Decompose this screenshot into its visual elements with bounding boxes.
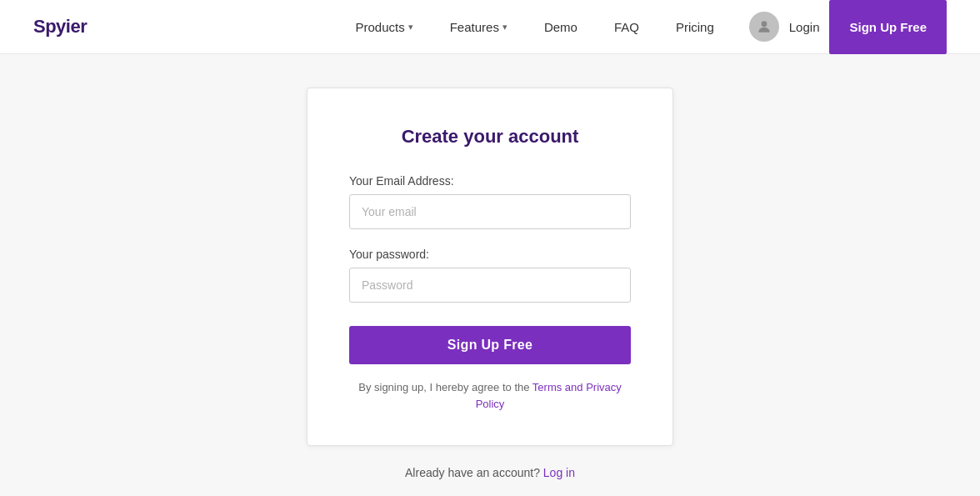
password-form-group: Your password:: [349, 248, 631, 303]
login-link-bottom[interactable]: Log in: [543, 466, 575, 479]
signup-button-main[interactable]: Sign Up Free: [349, 326, 631, 364]
already-account-text: Already have an account? Log in: [405, 466, 575, 479]
nav-item-demo[interactable]: Demo: [526, 13, 596, 41]
login-area: Login Sign Up Free: [749, 0, 947, 54]
main-nav: Products ▾ Features ▾ Demo FAQ Pricing: [337, 13, 732, 41]
password-label: Your password:: [349, 248, 631, 261]
main-content: Create your account Your Email Address: …: [0, 54, 980, 496]
header: Spyier Products ▾ Features ▾ Demo FAQ Pr…: [0, 0, 980, 54]
terms-text: By signing up, I hereby agree to the Ter…: [349, 379, 631, 412]
card-title: Create your account: [349, 126, 631, 148]
signup-button-header[interactable]: Sign Up Free: [829, 0, 947, 54]
email-label: Your Email Address:: [349, 174, 631, 188]
svg-point-0: [761, 21, 767, 27]
user-icon[interactable]: [749, 12, 779, 42]
password-input[interactable]: [349, 268, 631, 303]
signup-card: Create your account Your Email Address: …: [307, 88, 673, 446]
chevron-down-icon: ▾: [502, 22, 508, 33]
email-form-group: Your Email Address:: [349, 174, 631, 229]
logo[interactable]: Spyier: [33, 16, 87, 38]
chevron-down-icon: ▾: [408, 22, 413, 33]
nav-item-faq[interactable]: FAQ: [596, 13, 658, 41]
nav-item-features[interactable]: Features ▾: [432, 13, 526, 41]
email-input[interactable]: [349, 194, 631, 229]
nav-item-products[interactable]: Products ▾: [337, 13, 431, 41]
nav-item-pricing[interactable]: Pricing: [658, 13, 732, 41]
login-link[interactable]: Login: [789, 20, 820, 34]
